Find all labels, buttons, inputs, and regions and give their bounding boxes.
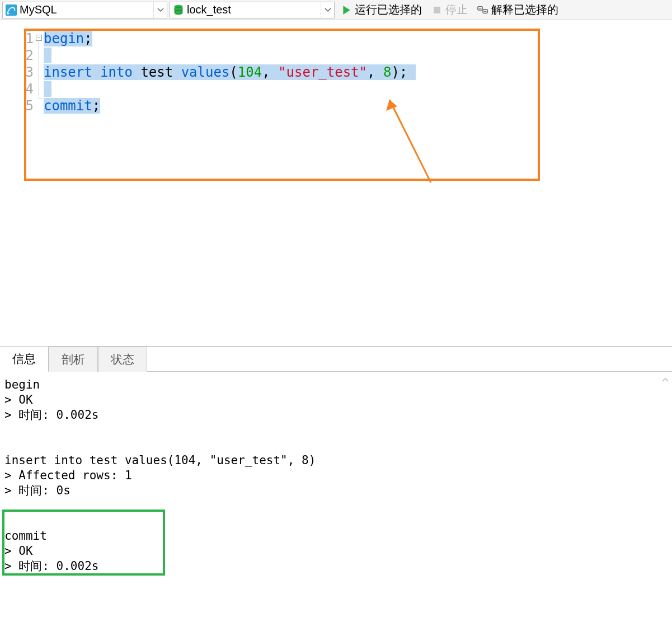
output-panel: begin > OK > 时间: 0.002s insert into test… [0,372,672,617]
tab-profile[interactable]: 剖析 [49,347,98,372]
line-number: 5 [0,97,34,114]
output-text[interactable]: begin > OK > 时间: 0.002s insert into test… [0,372,672,578]
tab-info[interactable]: 信息 [0,346,49,372]
database-label: lock_test [187,3,321,16]
sql-editor[interactable]: 1 2 3 4 5 − begin; insert into test valu… [0,20,672,346]
chevron-down-icon[interactable] [321,2,334,18]
explain-selected-button[interactable]: 解释已选择的 [473,2,562,18]
explain-label: 解释已选择的 [491,2,558,17]
mysql-icon [4,3,18,17]
explain-icon [477,4,489,16]
tab-status[interactable]: 状态 [98,347,147,372]
fold-gutter: − [35,30,44,114]
line-gutter: 1 2 3 4 5 [0,30,35,114]
database-icon [171,3,186,17]
fold-toggle-icon[interactable]: − [36,35,42,41]
code-area[interactable]: begin; insert into test values(104, "use… [44,30,416,114]
connection-combo[interactable]: MySQL [2,2,167,18]
scroll-up-icon[interactable] [660,374,671,385]
line-number: 1 [0,30,34,47]
result-tabs: 信息 剖析 状态 [0,347,672,372]
line-number: 4 [0,81,34,97]
run-selected-button[interactable]: 运行已选择的 [337,2,425,18]
svg-rect-4 [434,7,440,13]
database-combo[interactable]: lock_test [170,2,335,18]
stop-icon [431,4,443,16]
connection-label: MySQL [20,3,153,16]
chevron-down-icon[interactable] [153,2,167,18]
line-number: 2 [0,47,34,64]
stop-label: 停止 [445,2,468,17]
run-label: 运行已选择的 [355,2,422,17]
toolbar: MySQL lock_test 运行已选择的 停止 [0,0,672,20]
line-number: 3 [0,64,34,81]
play-icon [340,4,353,16]
stop-button: 停止 [427,2,471,18]
